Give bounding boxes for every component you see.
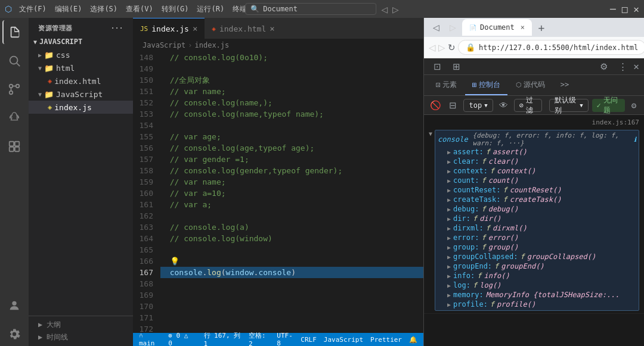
prop-expand-icon[interactable]: ▶ — [447, 197, 451, 203]
browser-forward-ctrl[interactable]: ▷ — [438, 39, 445, 56]
console-prop-info[interactable]: ▶ info: f info() — [438, 271, 636, 280]
console-prop-createtask[interactable]: ▶ createTask: f createTask() — [438, 195, 636, 204]
section-javascript[interactable]: ▼ JAVASCRIPT — [29, 36, 133, 47]
prop-expand-icon[interactable]: ▶ — [447, 282, 451, 289]
maximize-button[interactable]: □ — [622, 4, 628, 15]
prop-expand-icon[interactable]: ▶ — [447, 187, 451, 194]
prop-expand-icon[interactable]: ▶ — [447, 177, 451, 184]
devtools-clear-console-btn[interactable]: 🚫 — [429, 97, 442, 114]
prop-expand-icon[interactable]: ▶ — [447, 273, 451, 279]
prop-expand-icon[interactable]: ▶ — [447, 158, 451, 165]
prop-expand-icon[interactable]: ▶ — [447, 292, 451, 298]
tab-close-icon[interactable]: × — [270, 24, 274, 33]
code-editor[interactable]: 148 149 150 151 152 153 154 155 156 157 … — [133, 52, 423, 333]
activity-debug[interactable] — [2, 106, 26, 130]
activity-extensions[interactable] — [2, 135, 26, 158]
browser-refresh-ctrl[interactable]: ↻ — [448, 39, 456, 56]
prop-expand-icon[interactable]: ▶ — [447, 149, 451, 155]
sidebar-item-index-js[interactable]: ◈ index.js — [29, 101, 133, 114]
console-prop-count[interactable]: ▶ count: f count() — [438, 176, 636, 185]
devtools-dock-btn[interactable]: ⊡ — [429, 58, 445, 75]
prop-expand-icon[interactable]: ▶ — [447, 301, 451, 308]
prop-expand-icon[interactable]: ▶ — [447, 254, 451, 260]
sidebar-outline[interactable]: ▶ 大纲 — [38, 320, 123, 330]
tab-close-icon[interactable]: × — [193, 24, 197, 33]
browser-new-tab-button[interactable]: + — [534, 20, 549, 35]
activity-search[interactable] — [2, 49, 26, 73]
tab-console[interactable]: ⊞ 控制台 — [465, 75, 507, 95]
console-prop-context[interactable]: ▶ context: f context() — [438, 166, 636, 176]
menu-goto[interactable]: 转到(G) — [162, 4, 189, 14]
console-prop-dirxml[interactable]: ▶ dirxml: f dirxml() — [438, 223, 636, 233]
tab-elements[interactable]: ⊡ 元素 — [429, 75, 464, 95]
status-errors[interactable]: ⊗ 0 △ 0 — [168, 332, 194, 346]
console-prop-groupcollapsed[interactable]: ▶ groupCollapsed: f groupCollapsed() — [438, 252, 636, 261]
sidebar-item-js-folder[interactable]: ▼ 📁 JavaScript — [29, 88, 133, 101]
console-prop-dir[interactable]: ▶ dir: f dir() — [438, 214, 636, 223]
sidebar-item-index-html[interactable]: ◈ index.html — [29, 74, 133, 88]
close-button[interactable]: ✕ — [633, 4, 639, 15]
activity-source-control[interactable] — [2, 77, 26, 101]
browser-url-bar[interactable]: 🔒 http://127.0.0.1:5500/html/index.html — [458, 40, 644, 55]
breadcrumb-file[interactable]: index.js — [194, 41, 229, 49]
tab-more[interactable]: >> — [553, 75, 576, 95]
prop-expand-icon[interactable]: ▶ — [447, 168, 451, 174]
console-prop-assert[interactable]: ▶ assert: f assert() — [438, 147, 636, 157]
console-prop-debug[interactable]: ▶ debug: f debug() — [438, 204, 636, 214]
status-bell[interactable]: 🔔 — [409, 336, 417, 344]
title-bar-search-text[interactable]: Document — [263, 5, 298, 13]
menu-run[interactable]: 运行(R) — [197, 4, 224, 14]
browser-back-button[interactable]: ◁ — [429, 20, 443, 35]
devtools-filter-toggle-btn[interactable]: ⊟ — [446, 97, 460, 114]
menu-view[interactable]: 查看(V) — [126, 4, 153, 14]
tab-index-html[interactable]: ◈ index.html × — [205, 18, 281, 39]
expand-icon[interactable]: ▼ — [429, 129, 432, 139]
status-branch[interactable]: ⑃ main — [139, 332, 161, 346]
menu-edit[interactable]: 编辑(E) — [55, 4, 82, 14]
devtools-level-btn[interactable]: 默认级别 ▼ — [549, 99, 589, 112]
console-prop-memory[interactable]: ▶ memory: MemoryInfo {totalJSHeapSize:..… — [438, 290, 636, 300]
back-icon[interactable]: ◁ — [381, 3, 388, 15]
prop-expand-icon[interactable]: ▶ — [447, 225, 451, 232]
devtools-settings-btn[interactable]: ⚙ — [595, 58, 612, 75]
sidebar-timeline[interactable]: ▶ 时间线 — [38, 332, 123, 342]
status-language[interactable]: JavaScript — [324, 336, 363, 344]
console-prop-profile[interactable]: ▶ profile: f profile() — [438, 300, 636, 309]
breadcrumb-js[interactable]: JavaScript — [143, 41, 185, 49]
console-obj-header[interactable]: console {debug: f, error: f, info: f, lo… — [438, 132, 636, 147]
activity-account[interactable] — [2, 294, 26, 317]
console-prop-clear[interactable]: ▶ clear: f clear() — [438, 157, 636, 166]
minimize-button[interactable]: ─ — [610, 4, 616, 15]
sidebar-item-html-folder[interactable]: ▼ 📁 html — [29, 61, 133, 74]
devtools-eye-btn[interactable]: 👁 — [497, 97, 510, 114]
status-formatter[interactable]: Prettier — [370, 336, 402, 344]
menu-file[interactable]: 文件(F) — [19, 4, 47, 14]
menu-select[interactable]: 选择(S) — [90, 4, 117, 14]
tab-sources[interactable]: ⬡ 源代码 — [509, 75, 552, 95]
console-prop-groupend[interactable]: ▶ groupEnd: f groupEnd() — [438, 261, 636, 271]
console-output[interactable]: index.js:167 ▼ console {debug: f, error:… — [424, 115, 644, 346]
devtools-filter-btn[interactable]: ⊘ 过滤 — [514, 99, 542, 112]
console-prop-log[interactable]: ▶ log: f log() — [438, 280, 636, 290]
browser-tab-document[interactable]: 📄 Document × — [462, 19, 532, 36]
prop-expand-icon[interactable]: ▶ — [447, 244, 451, 251]
sidebar-more-icon[interactable]: ··· — [111, 24, 123, 32]
browser-back-ctrl[interactable]: ◁ — [429, 39, 436, 56]
devtools-inspect-btn[interactable]: ⊞ — [448, 58, 465, 75]
activity-settings[interactable] — [2, 322, 26, 346]
forward-icon[interactable]: ▷ — [392, 3, 399, 15]
browser-tab-close-icon[interactable]: × — [521, 23, 525, 32]
activity-files[interactable] — [2, 20, 26, 44]
devtools-close-btn[interactable]: ✕ — [633, 62, 639, 71]
console-prop-countreset[interactable]: ▶ countReset: f countReset() — [438, 185, 636, 195]
prop-expand-icon[interactable]: ▶ — [447, 263, 451, 270]
prop-expand-icon[interactable]: ▶ — [447, 216, 451, 222]
file-reference[interactable]: index.js:167 — [592, 119, 639, 126]
prop-expand-icon[interactable]: ▶ — [447, 235, 451, 241]
console-prop-group[interactable]: ▶ group: f group() — [438, 242, 636, 252]
prop-expand-icon[interactable]: ▶ — [447, 206, 451, 213]
browser-forward-button[interactable]: ▷ — [445, 20, 460, 35]
devtools-top-btn[interactable]: top ▼ — [463, 99, 493, 112]
sidebar-item-css[interactable]: ▶ 📁 css — [29, 48, 133, 61]
console-prop-error[interactable]: ▶ error: f error() — [438, 233, 636, 242]
